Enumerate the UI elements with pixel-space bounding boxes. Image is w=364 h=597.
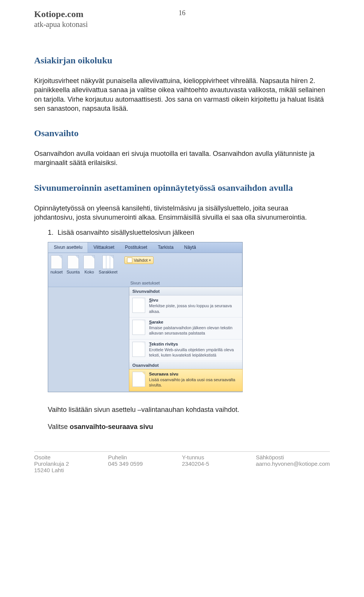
- ribbon-tabs: Sivun asettelu Viittaukset Postitukset T…: [48, 242, 242, 253]
- ribbon-btn-label: Vaihdot: [134, 258, 148, 262]
- footer-col-osoite: Osoite Purolankuja 2 15240 Lahti: [34, 454, 108, 473]
- ribbon-btn-sarakkeet[interactable]: Sarakkeet: [99, 255, 118, 274]
- footer-value: 045 349 0599: [108, 460, 182, 467]
- footer-heading: Y-tunnus: [182, 454, 256, 460]
- ribbon-body: nukset Suunta Koko Sarakkeet: [48, 253, 242, 287]
- page-number: 16: [0, 9, 364, 17]
- footer-value: 2340204-5: [182, 460, 256, 467]
- footer-col-ytunnus: Y-tunnus 2340204-5: [182, 454, 256, 473]
- ribbon-btn-label: Sarakkeet: [99, 270, 118, 274]
- site-tagline: atk-apua kotonasi: [34, 20, 330, 29]
- footer-col-puhelin: Puhelin 045 349 0599: [108, 454, 182, 473]
- ribbon-btn-label: nukset: [50, 270, 63, 274]
- column-break-icon: [132, 320, 145, 335]
- ribbon-btn-koko[interactable]: Koko: [83, 255, 95, 274]
- ribbon-btn-label: Suunta: [66, 270, 80, 274]
- list-number: 1.: [48, 229, 58, 237]
- page-icon: [83, 255, 95, 269]
- page-break-icon: [132, 298, 145, 313]
- paragraph-sivunumerointi: Opinnäytetyössä on yleensä kansilehti, t…: [34, 204, 330, 222]
- section-next-page-icon: [132, 372, 145, 387]
- text-span: Valitse: [48, 423, 70, 430]
- paragraph-oikoluku: Kirjoitusvirheet näkyvät punaisella alle…: [34, 76, 330, 113]
- paragraph-osanvaihto: Osanvaihdon avulla voidaan eri sivuja mu…: [34, 149, 330, 168]
- dropdown-header-sivunvaihdot: Sivunvaihdot: [129, 287, 242, 295]
- footer-divider: [34, 451, 330, 452]
- chevron-down-icon: ▾: [149, 258, 151, 262]
- dropdown-item-sivu[interactable]: Sivu Merkitse piste, jossa sivu loppuu j…: [129, 295, 242, 317]
- footer-heading: Osoite: [34, 454, 108, 460]
- tab-postitukset[interactable]: Postitukset: [120, 242, 153, 253]
- tab-viittaukset[interactable]: Viittaukset: [88, 242, 119, 253]
- dd-underline: T: [149, 342, 151, 346]
- dd-desc: Ilmaise palstanvaihdon jälkeen olevan te…: [149, 325, 239, 336]
- bold-text: osanvaihto-seuraava sivu: [70, 423, 153, 430]
- columns-icon: [102, 255, 114, 269]
- tab-tarkista[interactable]: Tarkista: [152, 242, 179, 253]
- dd-underline: S: [149, 320, 152, 324]
- paragraph-after-2: Valitse osanvaihto-seuraava sivu: [48, 423, 330, 431]
- dropdown-item-sarake[interactable]: Sarake Ilmaise palstanvaihdon jälkeen ol…: [129, 317, 242, 339]
- footer-value: 15240 Lahti: [34, 467, 108, 473]
- dropdown-item-seuraava-sivu[interactable]: Seuraava sivu Lisää osanvaihto ja aloita…: [129, 369, 243, 391]
- dropdown-item-tekstin-rivitys[interactable]: Tekstin rivitys Erottele Web-sivuilla ob…: [129, 339, 242, 361]
- dropdown-header-osanvaihdot: Osanvaihdot: [129, 361, 242, 369]
- word-screenshot: Sivun asettelu Viittaukset Postitukset T…: [48, 242, 243, 392]
- tab-nayta[interactable]: Näytä: [179, 242, 201, 253]
- page-icon: [67, 255, 79, 269]
- ribbon-btn-vaihdot[interactable]: Vaihdot ▾: [124, 256, 154, 264]
- heading-oikoluku: Asiakirjan oikoluku: [34, 55, 330, 66]
- dd-desc: Merkitse piste, jossa sivu loppuu ja seu…: [149, 303, 239, 314]
- ribbon-group-label: Sivun asetukset: [50, 281, 240, 286]
- footer-heading: Sähköposti: [256, 454, 330, 460]
- text-wrap-icon: [132, 342, 145, 357]
- dd-desc: Lisää osanvaihto ja aloita uusi osa seur…: [149, 377, 239, 388]
- breaks-icon: [127, 258, 132, 263]
- vaihdot-dropdown: Sivunvaihdot Sivu Merkitse piste, jossa …: [129, 287, 243, 391]
- page-icon: [51, 255, 62, 269]
- dd-title: Seuraava sivu: [149, 372, 239, 376]
- footer-heading: Puhelin: [108, 454, 182, 460]
- ribbon-btn-reunukset[interactable]: nukset: [50, 255, 63, 274]
- heading-sivunumerointi: Sivunumeroinnin asettaminen opinnäytetyö…: [34, 183, 330, 193]
- ribbon-btn-label: Koko: [85, 270, 94, 274]
- list-item-1: 1.Lisää osanvaihto sisällysluettelosivun…: [48, 229, 330, 237]
- ribbon-btn-suunta[interactable]: Suunta: [66, 255, 80, 274]
- paragraph-after-1: Vaihto lisätään sivun asettelu –valintan…: [48, 406, 330, 414]
- dd-desc: Erottele Web-sivuilla objektien ympärill…: [149, 347, 239, 358]
- footer-col-sahkoposti: Sähköposti aarno.hyvonen@kotiope.com: [256, 454, 330, 473]
- dd-underline: S: [149, 298, 152, 302]
- footer-value: Purolankuja 2: [34, 460, 108, 467]
- heading-osanvaihto: Osanvaihto: [34, 128, 330, 138]
- footer-value: aarno.hyvonen@kotiope.com: [256, 460, 330, 467]
- list-item-text: Lisää osanvaihto sisällysluettelosivun j…: [58, 229, 194, 236]
- page-footer: Osoite Purolankuja 2 15240 Lahti Puhelin…: [34, 454, 330, 473]
- tab-sivun-asettelu[interactable]: Sivun asettelu: [48, 242, 88, 253]
